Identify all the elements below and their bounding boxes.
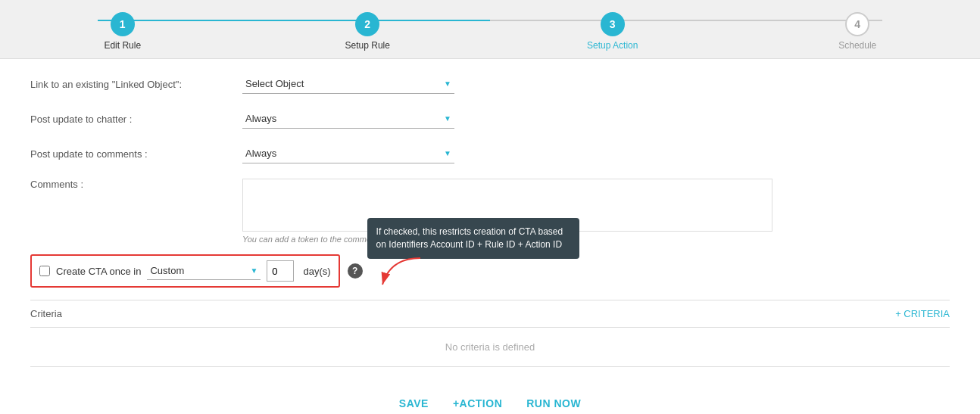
step-label-2: Setup Rule — [345, 40, 390, 51]
step-label-3: Setup Action — [587, 40, 638, 51]
comment-hint: You can add a token to the comment. Type… — [242, 235, 950, 244]
step-circle-4: 4 — [845, 12, 869, 36]
stepper: 1 Edit Rule 2 Setup Rule 3 Setup Action … — [0, 0, 980, 59]
help-icon-container: ? If checked, this restricts creation of… — [345, 263, 363, 279]
comments-label: Comments : — [30, 179, 242, 190]
linked-object-control: Select Object ▼ — [242, 74, 454, 94]
help-icon[interactable]: ? — [348, 263, 363, 279]
no-criteria-message: No criteria is defined — [30, 328, 950, 367]
form-content: Link to an existing "Linked Object": Sel… — [0, 59, 980, 382]
linked-object-dropdown[interactable]: Select Object ▼ — [242, 74, 454, 94]
tooltip-arrow-svg — [375, 254, 435, 292]
post-comments-label: Post update to comments : — [30, 148, 242, 160]
step-schedule[interactable]: 4 Schedule — [812, 12, 903, 51]
post-chatter-dropdown[interactable]: Always ▼ — [242, 109, 454, 129]
step-setup-rule[interactable]: 2 Setup Rule — [322, 12, 413, 51]
run-now-button[interactable]: RUN NOW — [526, 397, 581, 409]
cta-box: Create CTA once in Custom ▼ day(s) — [30, 254, 340, 288]
page-wrapper: 1 Edit Rule 2 Setup Rule 3 Setup Action … — [0, 0, 980, 414]
footer-actions: SAVE +ACTION RUN NOW — [0, 382, 980, 414]
linked-object-select[interactable]: Select Object — [245, 78, 451, 89]
step-circle-1: 1 — [111, 12, 135, 36]
step-circle-3: 3 — [601, 12, 625, 36]
step-label-4: Schedule — [838, 40, 876, 51]
post-comments-dropdown[interactable]: Always ▼ — [242, 144, 454, 163]
linked-object-label: Link to an existing "Linked Object": — [30, 79, 242, 90]
post-comments-select[interactable]: Always — [245, 148, 451, 159]
cta-frequency-dropdown[interactable]: Custom ▼ — [147, 262, 261, 280]
cta-frequency-select[interactable]: Custom — [150, 265, 257, 276]
tooltip-text: If checked, this restricts creation of C… — [376, 226, 563, 250]
step-circle-2: 2 — [355, 12, 379, 36]
criteria-label: Criteria — [30, 308, 62, 319]
post-comments-control: Always ▼ — [242, 144, 454, 163]
post-chatter-row: Post update to chatter : Always ▼ — [30, 109, 950, 129]
cta-row: Create CTA once in Custom ▼ day(s) ? If … — [30, 254, 950, 288]
post-comments-row: Post update to comments : Always ▼ — [30, 144, 950, 163]
tooltip-box: If checked, this restricts creation of C… — [367, 218, 579, 259]
step-label-1: Edit Rule — [104, 40, 141, 51]
criteria-header: Criteria + CRITERIA — [30, 300, 950, 328]
cta-checkbox[interactable] — [39, 266, 50, 276]
cta-text-label: Create CTA once in — [56, 266, 141, 277]
cta-days-number[interactable] — [267, 260, 294, 282]
step-setup-action[interactable]: 3 Setup Action — [567, 12, 658, 51]
post-chatter-control: Always ▼ — [242, 109, 454, 129]
add-action-button[interactable]: +ACTION — [453, 397, 502, 409]
cta-days-label: day(s) — [303, 266, 330, 277]
post-chatter-label: Post update to chatter : — [30, 114, 242, 125]
step-edit-rule[interactable]: 1 Edit Rule — [77, 12, 168, 51]
linked-object-row: Link to an existing "Linked Object": Sel… — [30, 74, 950, 94]
add-criteria-button[interactable]: + CRITERIA — [895, 308, 950, 319]
save-button[interactable]: SAVE — [399, 397, 429, 409]
post-chatter-select[interactable]: Always — [245, 113, 451, 124]
